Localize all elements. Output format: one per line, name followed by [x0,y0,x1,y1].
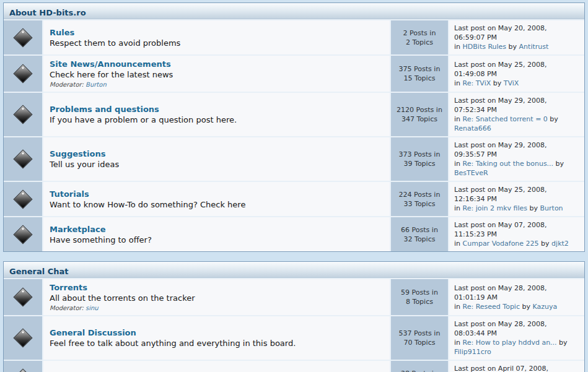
board-moderator: Moderator: sinu [50,304,384,312]
board-lastpost: Last post on May 07, 2008, 11:15:23 PM i… [449,217,584,251]
board-link[interactable]: Marketplace [50,224,384,235]
lastpost-subject-link[interactable]: Re: TViX [463,79,491,87]
board-description: Tell us your ideas [50,159,384,170]
lastpost-date: Last post on May 28, 2008, [454,319,579,329]
board-status-diamond-icon [13,368,32,372]
category-about: About HD-bits.ro Rules Respect them to a… [3,2,585,252]
board-info: Marketplace Have something to offer? [43,217,390,251]
lastpost-time: 01:49:08 PM [454,69,579,79]
lastpost-time: 06:59:07 PM [454,33,579,42]
board-row-general-discussion: General Discussion Feel free to talk abo… [4,316,584,360]
board-moderator: Moderator: Burton [50,80,384,89]
board-link[interactable]: Problems and questions [50,104,384,115]
lastpost-date: Last post on May 25, 2008, [454,60,579,69]
lastpost-user-link[interactable]: Burton [540,204,563,212]
board-row-suggestions: Suggestions Tell us your ideas 373 Posts… [4,137,584,181]
board-status-diamond-icon [13,328,32,347]
lastpost-time: 09:35:57 PM [454,150,579,159]
board-description: Have something to offer? [50,235,384,245]
lastpost-date: Last post on May 25, 2008, [454,185,579,194]
board-row-tutorials: Tutorials Want to know How-To do somethi… [4,182,584,216]
lastpost-subject-link[interactable]: Cumpar Vodafone 225 [463,240,539,248]
lastpost-date: Last post on May 29, 2008, [454,141,579,150]
board-description: If you have a problem or a question post… [50,115,384,125]
lastpost-subject-link[interactable]: Re: Reseed Topic [463,303,520,311]
board-lastpost: Last post on May 20, 2008, 06:59:07 PM i… [449,20,584,54]
lastpost-user-link[interactable]: djkt2 [551,240,569,248]
board-link[interactable]: Suggestions [50,149,384,159]
board-status-diamond-icon [13,149,32,168]
board-row-rules: Rules Respect them to avoid problems 2 P… [4,20,584,54]
category-title-link[interactable]: About HD-bits.ro [9,8,86,17]
board-lastpost: Last post on May 25, 2008, 01:49:08 PM i… [449,56,584,92]
board-stats: 537 Posts in70 Topics [391,316,448,360]
lastpost-subject-link[interactable]: HDBits Rules [463,43,507,51]
lastpost-date: Last post on April 07, 2008, [454,364,579,372]
board-row-problems: Problems and questions If you have a pro… [4,93,584,136]
category-general-chat: General Chat Torrents All about the torr… [3,261,585,372]
board-status-diamond-icon [13,64,32,83]
moderator-link[interactable]: sinu [86,305,99,311]
board-stats: 375 Posts in15 Topics [391,56,448,92]
lastpost-subject-link[interactable]: Re: How to play hddvd an... [463,339,557,347]
board-lastpost: Last post on May 28, 2008, 01:01:19 AM i… [449,279,584,315]
lastpost-subject-link[interactable]: Re: join 2 mkv files [463,204,528,212]
lastpost-subject-link[interactable]: Re: Snatched torrent = 0 [463,115,548,123]
board-link[interactable]: Rules [50,27,384,38]
board-lastpost: Last post on April 07, 2008, 08:12:35 PM… [449,361,584,372]
board-lastpost: Last post on May 29, 2008, 09:35:57 PM i… [449,137,584,181]
board-lastpost: Last post on May 25, 2008, 12:16:34 PM i… [449,182,584,216]
board-link[interactable]: General Discussion [50,327,384,338]
board-info: Tutorials Want to know How-To do somethi… [43,182,390,216]
lastpost-time: 07:52:34 PM [454,105,579,115]
board-stats: 373 Posts in39 Topics [391,137,448,181]
board-icon-cell [4,93,42,136]
board-icon-cell [4,279,42,315]
board-link[interactable]: Tutorials [50,189,384,199]
board-icon-cell [4,217,42,251]
board-description: Feel free to talk about anything and eve… [50,338,384,348]
board-icon-cell [4,137,42,181]
lastpost-time: 11:15:23 PM [454,230,579,239]
lastpost-time: 12:16:34 PM [454,194,579,204]
category-title-link[interactable]: General Chat [9,267,69,276]
lastpost-user-link[interactable]: Filip911cro [454,348,491,356]
board-stats: 66 Posts in32 Topics [391,217,448,251]
lastpost-user-link[interactable]: BesTEveR [454,169,488,177]
board-stats: 28 Posts in4 Topics [391,361,448,372]
board-lastpost: Last post on May 28, 2008, 08:03:44 PM i… [449,316,584,360]
board-row-marketplace: Marketplace Have something to offer? 66 … [4,217,584,251]
board-link[interactable]: Site News/Announcements [50,59,384,69]
lastpost-subject-link[interactable]: Re: Taking out the bonus... [463,160,554,168]
moderator-link[interactable]: Burton [86,81,107,88]
board-info: Site News/Announcements Check here for t… [43,56,390,92]
board-info: Movies and TV [43,361,390,372]
lastpost-user-link[interactable]: TViX [504,79,519,87]
board-status-diamond-icon [13,287,32,306]
lastpost-user-link[interactable]: Antitrust [519,43,549,51]
board-status-diamond-icon [13,28,32,47]
board-row-movies-tv: Movies and TV 28 Posts in4 Topics Last p… [4,361,584,372]
board-info: Rules Respect them to avoid problems [43,20,390,54]
category-header: General Chat [4,262,584,278]
board-stats: 59 Posts in8 Topics [391,279,448,315]
lastpost-user-link[interactable]: Kazuya [532,303,557,311]
board-info: General Discussion Feel free to talk abo… [43,316,390,360]
board-icon-cell [4,316,42,360]
board-description: Respect them to avoid problems [50,38,384,48]
board-info: Torrents All about the torrents on the t… [43,279,390,315]
board-link[interactable]: Torrents [50,282,384,293]
board-stats: 224 Posts in33 Topics [391,182,448,216]
board-icon-cell [4,361,42,372]
board-icon-cell [4,20,42,54]
lastpost-date: Last post on May 20, 2008, [454,24,579,33]
board-lastpost: Last post on May 29, 2008, 07:52:34 PM i… [449,93,584,136]
lastpost-date: Last post on May 07, 2008, [454,220,579,230]
lastpost-user-link[interactable]: Renata666 [454,124,491,132]
board-icon-cell [4,182,42,216]
board-stats: 2 Posts in2 Topics [391,20,448,54]
lastpost-date: Last post on May 28, 2008, [454,283,579,293]
board-icon-cell [4,56,42,92]
board-stats: 2120 Posts in347 Topics [391,93,448,136]
board-description: Want to know How-To do something? Check … [50,199,384,210]
